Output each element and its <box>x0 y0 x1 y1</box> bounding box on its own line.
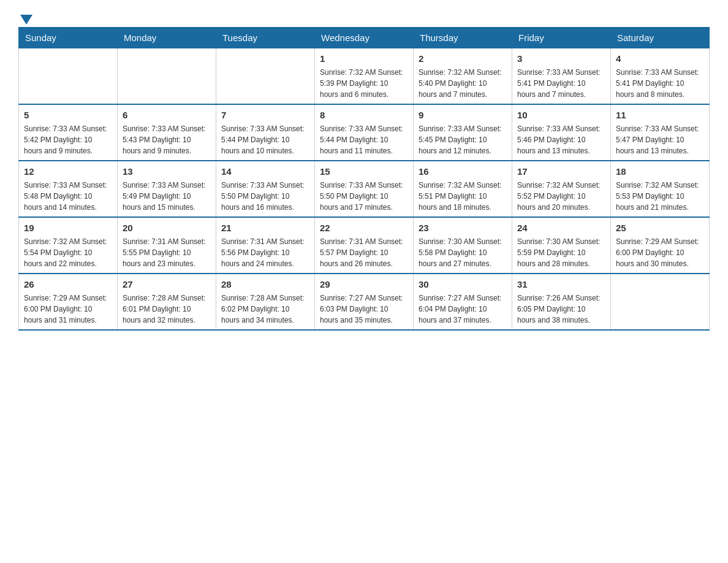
calendar-cell: 13Sunrise: 7:33 AM Sunset: 5:49 PM Dayli… <box>118 161 216 217</box>
day-info: Sunrise: 7:33 AM Sunset: 5:47 PM Dayligh… <box>616 123 704 156</box>
calendar-cell: 2Sunrise: 7:32 AM Sunset: 5:40 PM Daylig… <box>414 48 512 105</box>
logo-arrow-icon <box>20 15 32 25</box>
header-sunday: Sunday <box>19 28 118 48</box>
day-info: Sunrise: 7:30 AM Sunset: 5:59 PM Dayligh… <box>517 236 605 269</box>
day-number: 27 <box>123 278 211 291</box>
calendar-cell: 23Sunrise: 7:30 AM Sunset: 5:58 PM Dayli… <box>414 217 512 274</box>
day-number: 1 <box>320 52 408 65</box>
day-info: Sunrise: 7:26 AM Sunset: 6:05 PM Dayligh… <box>517 293 605 326</box>
calendar-cell: 29Sunrise: 7:27 AM Sunset: 6:03 PM Dayli… <box>315 274 414 330</box>
day-number: 31 <box>517 278 605 291</box>
day-info: Sunrise: 7:27 AM Sunset: 6:03 PM Dayligh… <box>320 293 408 326</box>
day-number: 16 <box>419 165 507 178</box>
day-number: 10 <box>517 109 605 121</box>
calendar-cell: 22Sunrise: 7:31 AM Sunset: 5:57 PM Dayli… <box>315 217 414 274</box>
day-number: 14 <box>221 165 309 178</box>
calendar-table: SundayMondayTuesdayWednesdayThursdayFrid… <box>18 27 710 331</box>
day-info: Sunrise: 7:31 AM Sunset: 5:55 PM Dayligh… <box>123 236 211 269</box>
calendar-cell: 11Sunrise: 7:33 AM Sunset: 5:47 PM Dayli… <box>611 104 710 161</box>
day-info: Sunrise: 7:33 AM Sunset: 5:44 PM Dayligh… <box>221 123 309 156</box>
day-number: 7 <box>221 109 309 121</box>
day-number: 18 <box>616 165 704 178</box>
day-info: Sunrise: 7:33 AM Sunset: 5:50 PM Dayligh… <box>221 180 309 213</box>
day-info: Sunrise: 7:29 AM Sunset: 6:00 PM Dayligh… <box>616 236 704 269</box>
calendar-cell: 21Sunrise: 7:31 AM Sunset: 5:56 PM Dayli… <box>216 217 315 274</box>
calendar-cell: 26Sunrise: 7:29 AM Sunset: 6:00 PM Dayli… <box>19 274 118 330</box>
calendar-cell: 30Sunrise: 7:27 AM Sunset: 6:04 PM Dayli… <box>414 274 512 330</box>
day-info: Sunrise: 7:33 AM Sunset: 5:42 PM Dayligh… <box>24 123 112 156</box>
day-number: 4 <box>616 52 704 65</box>
calendar-cell <box>118 48 216 105</box>
calendar-cell: 12Sunrise: 7:33 AM Sunset: 5:48 PM Dayli… <box>19 161 118 217</box>
calendar-week-row: 1Sunrise: 7:32 AM Sunset: 5:39 PM Daylig… <box>19 48 710 105</box>
header-monday: Monday <box>118 28 216 48</box>
calendar-cell: 5Sunrise: 7:33 AM Sunset: 5:42 PM Daylig… <box>19 104 118 161</box>
calendar-cell: 25Sunrise: 7:29 AM Sunset: 6:00 PM Dayli… <box>611 217 710 274</box>
calendar-cell: 31Sunrise: 7:26 AM Sunset: 6:05 PM Dayli… <box>512 274 611 330</box>
day-number: 3 <box>517 52 605 65</box>
header-saturday: Saturday <box>611 28 710 48</box>
page-header <box>18 12 710 21</box>
day-number: 11 <box>616 109 704 121</box>
day-number: 13 <box>123 165 211 178</box>
day-number: 9 <box>419 109 507 121</box>
day-info: Sunrise: 7:31 AM Sunset: 5:56 PM Dayligh… <box>221 236 309 269</box>
calendar-cell: 6Sunrise: 7:33 AM Sunset: 5:43 PM Daylig… <box>118 104 216 161</box>
calendar-cell: 28Sunrise: 7:28 AM Sunset: 6:02 PM Dayli… <box>216 274 315 330</box>
header-thursday: Thursday <box>414 28 512 48</box>
day-info: Sunrise: 7:33 AM Sunset: 5:45 PM Dayligh… <box>419 123 507 156</box>
calendar-cell: 4Sunrise: 7:33 AM Sunset: 5:41 PM Daylig… <box>611 48 710 105</box>
day-info: Sunrise: 7:32 AM Sunset: 5:54 PM Dayligh… <box>24 236 112 269</box>
header-tuesday: Tuesday <box>216 28 315 48</box>
calendar-cell <box>216 48 315 105</box>
calendar-cell: 20Sunrise: 7:31 AM Sunset: 5:55 PM Dayli… <box>118 217 216 274</box>
day-number: 20 <box>123 221 211 234</box>
calendar-cell: 9Sunrise: 7:33 AM Sunset: 5:45 PM Daylig… <box>414 104 512 161</box>
day-number: 21 <box>221 221 309 234</box>
day-info: Sunrise: 7:33 AM Sunset: 5:50 PM Dayligh… <box>320 180 408 213</box>
day-number: 29 <box>320 278 408 291</box>
header-friday: Friday <box>512 28 611 48</box>
day-info: Sunrise: 7:32 AM Sunset: 5:53 PM Dayligh… <box>616 180 704 213</box>
calendar-cell: 24Sunrise: 7:30 AM Sunset: 5:59 PM Dayli… <box>512 217 611 274</box>
day-number: 30 <box>419 278 507 291</box>
day-number: 19 <box>24 221 112 234</box>
calendar-cell: 10Sunrise: 7:33 AM Sunset: 5:46 PM Dayli… <box>512 104 611 161</box>
day-info: Sunrise: 7:33 AM Sunset: 5:44 PM Dayligh… <box>320 123 408 156</box>
day-info: Sunrise: 7:33 AM Sunset: 5:43 PM Dayligh… <box>123 123 211 156</box>
calendar-cell: 18Sunrise: 7:32 AM Sunset: 5:53 PM Dayli… <box>611 161 710 217</box>
day-number: 26 <box>24 278 112 291</box>
calendar-cell <box>19 48 118 105</box>
day-info: Sunrise: 7:30 AM Sunset: 5:58 PM Dayligh… <box>419 236 507 269</box>
day-number: 23 <box>419 221 507 234</box>
calendar-cell: 8Sunrise: 7:33 AM Sunset: 5:44 PM Daylig… <box>315 104 414 161</box>
calendar-cell: 27Sunrise: 7:28 AM Sunset: 6:01 PM Dayli… <box>118 274 216 330</box>
calendar-cell: 17Sunrise: 7:32 AM Sunset: 5:52 PM Dayli… <box>512 161 611 217</box>
calendar-cell <box>611 274 710 330</box>
day-info: Sunrise: 7:33 AM Sunset: 5:48 PM Dayligh… <box>24 180 112 213</box>
header-wednesday: Wednesday <box>315 28 414 48</box>
day-number: 22 <box>320 221 408 234</box>
calendar-week-row: 26Sunrise: 7:29 AM Sunset: 6:00 PM Dayli… <box>19 274 710 330</box>
calendar-cell: 16Sunrise: 7:32 AM Sunset: 5:51 PM Dayli… <box>414 161 512 217</box>
calendar-week-row: 12Sunrise: 7:33 AM Sunset: 5:48 PM Dayli… <box>19 161 710 217</box>
day-info: Sunrise: 7:32 AM Sunset: 5:39 PM Dayligh… <box>320 67 408 100</box>
day-number: 6 <box>123 109 211 121</box>
calendar-cell: 1Sunrise: 7:32 AM Sunset: 5:39 PM Daylig… <box>315 48 414 105</box>
calendar-week-row: 5Sunrise: 7:33 AM Sunset: 5:42 PM Daylig… <box>19 104 710 161</box>
day-number: 8 <box>320 109 408 121</box>
day-info: Sunrise: 7:28 AM Sunset: 6:01 PM Dayligh… <box>123 293 211 326</box>
calendar-cell: 15Sunrise: 7:33 AM Sunset: 5:50 PM Dayli… <box>315 161 414 217</box>
calendar-header-row: SundayMondayTuesdayWednesdayThursdayFrid… <box>19 28 710 48</box>
day-info: Sunrise: 7:29 AM Sunset: 6:00 PM Dayligh… <box>24 293 112 326</box>
day-info: Sunrise: 7:31 AM Sunset: 5:57 PM Dayligh… <box>320 236 408 269</box>
day-info: Sunrise: 7:33 AM Sunset: 5:49 PM Dayligh… <box>123 180 211 213</box>
calendar-cell: 14Sunrise: 7:33 AM Sunset: 5:50 PM Dayli… <box>216 161 315 217</box>
day-number: 12 <box>24 165 112 178</box>
day-info: Sunrise: 7:33 AM Sunset: 5:46 PM Dayligh… <box>517 123 605 156</box>
day-number: 5 <box>24 109 112 121</box>
calendar-cell: 19Sunrise: 7:32 AM Sunset: 5:54 PM Dayli… <box>19 217 118 274</box>
day-number: 2 <box>419 52 507 65</box>
day-number: 15 <box>320 165 408 178</box>
calendar-cell: 3Sunrise: 7:33 AM Sunset: 5:41 PM Daylig… <box>512 48 611 105</box>
